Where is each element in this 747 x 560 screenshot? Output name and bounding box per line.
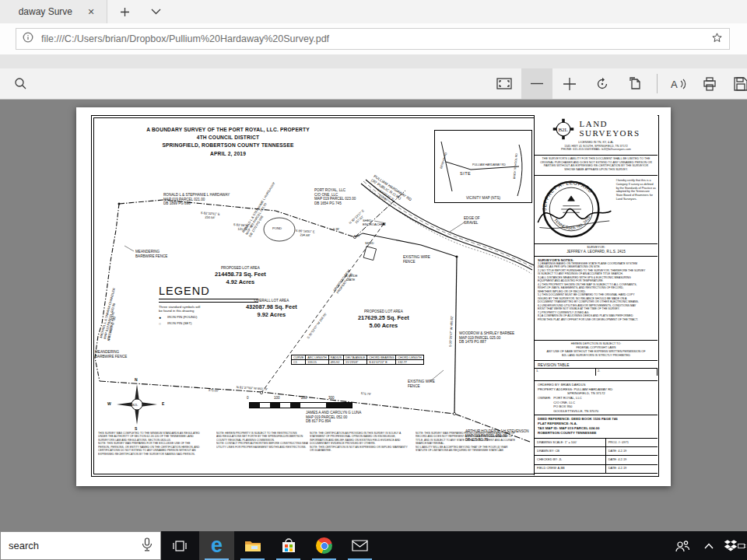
revision-table: REVISION TABLE 1.2. <box>535 361 658 381</box>
survey-note-column: NOTE: THIS SURVEY WAS PREPARED FROM CURR… <box>416 432 529 453</box>
taskbar-mail-button[interactable] <box>342 531 377 560</box>
browser-tab-bar: daway Surve ✕ <box>0 0 747 24</box>
revision-table-title: REVISION TABLE <box>535 361 658 368</box>
hub-band <box>0 54 747 68</box>
print-button[interactable] <box>694 68 725 99</box>
tray-power[interactable] <box>738 531 747 560</box>
fit-to-page-icon <box>496 78 512 89</box>
owner-lines: PORT ROYAL, LLCC/O ONE, LLCPO BOX 950GOO… <box>553 396 598 414</box>
taskbar-chrome-button[interactable] <box>307 531 342 560</box>
microphone-icon[interactable] <box>142 537 153 555</box>
browser-tab[interactable]: daway Surve ✕ <box>0 0 107 23</box>
address-url: file:///C:/Users/brian/Dropbox/Pullium%2… <box>41 33 711 44</box>
rotate-icon <box>595 77 609 91</box>
print-icon <box>703 77 717 91</box>
drawing-info-row: DRAWN BY: CBDATE: 4.2.19 <box>535 447 658 456</box>
zoom-in-button[interactable] <box>554 68 585 99</box>
survey-note-column: NOTE: HEREIN PROPERTY IS SUBJECT TO THE … <box>216 432 308 449</box>
chrome-icon <box>316 537 332 554</box>
drawing-info-row: DRAWING SCALE: 1" = 100'PROJ. #: 0971 <box>535 439 658 447</box>
zoom-out-button[interactable] <box>521 68 552 99</box>
mail-icon <box>352 540 368 551</box>
read-aloud-button[interactable]: A <box>663 68 694 99</box>
save-button[interactable] <box>725 68 747 99</box>
save-icon <box>734 77 747 91</box>
b2l-logo-icon: B2L <box>552 117 575 141</box>
surveyor-notes-block: SURVEYOR'S NOTES: 1.) BEARINGS BASED ON … <box>535 257 658 341</box>
surveyor-seal: JEFFREY A. LEOPARD TENNESSEE NO. 2415 <box>535 176 615 243</box>
svg-text:B2L: B2L <box>559 127 569 133</box>
logo-phone: PHONE: 615-313-5569 EMAIL: b2l@b2lsurvey… <box>535 148 658 152</box>
ordered-by-block: ORDERED BY: BRIAN DARDUS PROPERTY ADDRES… <box>535 381 658 415</box>
revision-table-cells: 1.2. <box>535 368 658 376</box>
svg-text:A: A <box>671 79 678 90</box>
surveyor-name: JEFFREY A. LEOPARD, R.L.S. 2415 <box>535 250 658 254</box>
seal-certification-text: I hereby certify that this is a Category… <box>615 176 658 243</box>
pdf-viewport[interactable]: A BOUNDARY SURVEY OF THE PORT ROYAL, LLC… <box>0 100 747 531</box>
address-bar-row: file:///C:/Users/brian/Dropbox/Pullium%2… <box>0 23 747 54</box>
taskbar-store-button[interactable] <box>271 531 306 560</box>
deed-reference-block: DEED REFERENCE: DEED BOOK 1536 PAGE 746P… <box>535 415 658 439</box>
zoom-out-icon <box>531 82 543 85</box>
windows-taskbar: search e <box>0 531 747 560</box>
page-view-icon <box>628 77 642 90</box>
tab-list-chevron-icon[interactable] <box>145 1 167 23</box>
dropbox-icon <box>724 539 738 552</box>
drawing-info-row: FIELD CREW: A,BBDATE: 4.2.19 <box>535 465 658 474</box>
file-explorer-icon <box>244 539 261 553</box>
search-icon <box>14 77 27 90</box>
favorite-star-icon[interactable] <box>711 32 723 47</box>
search-button[interactable] <box>5 68 36 99</box>
drawing-info-table: DRAWING SCALE: 1" = 100'PROJ. #: 0971DRA… <box>535 439 658 475</box>
task-view-button[interactable] <box>162 531 197 560</box>
page-info-icon[interactable] <box>23 32 33 46</box>
survey-note-column: THIS SURVEY WAS COMPLETED TO THE MINIMUM… <box>98 432 215 456</box>
power-plug-icon <box>738 541 747 551</box>
task-view-icon <box>172 540 188 552</box>
page-view-button[interactable] <box>619 68 651 99</box>
rotate-button[interactable] <box>587 68 618 99</box>
store-icon <box>281 538 296 553</box>
copyright-block: HEREIN DEPICTION IS SUBJECT TO:FEDERAL C… <box>535 341 658 361</box>
property-address-label: PROPERTY ADDRESS: <box>538 387 573 391</box>
toolbar-divider <box>657 74 658 93</box>
address-bar[interactable]: file:///C:/Users/brian/Dropbox/Pullium%2… <box>16 28 730 50</box>
taskbar-edge-button[interactable]: e <box>199 531 234 560</box>
surveyor-logo-block: B2L LAND SURVEYORS LICENSED IN TN, KY, &… <box>535 115 658 156</box>
read-aloud-icon: A <box>671 78 686 90</box>
people-icon <box>675 540 690 552</box>
new-tab-button[interactable] <box>114 1 135 23</box>
taskbar-search-box[interactable]: search <box>0 531 161 560</box>
people-button[interactable] <box>672 531 693 560</box>
chevron-up-icon <box>704 543 714 549</box>
pdf-page: A BOUNDARY SURVEY OF THE PORT ROYAL, LLC… <box>76 107 671 486</box>
surveyor-seal-block: JEFFREY A. LEOPARD TENNESSEE NO. 2415 I … <box>535 176 658 244</box>
drawing-info-row: CHECKED BY: JLDATE: 4.2.19 <box>535 456 658 464</box>
surveyor-signature <box>538 209 611 223</box>
taskbar-search-text: search <box>9 540 142 551</box>
surveyor-notes-lines: 1.) BEARINGS BASED ON TENNESSEE STATE PL… <box>538 262 654 321</box>
edge-icon: e <box>211 535 223 556</box>
surveyor-name-block: SURVEYOR: JEFFREY A. LEOPARD, R.L.S. 241… <box>535 244 658 257</box>
taskbar-file-explorer-button[interactable] <box>235 531 270 560</box>
tab-title: daway Surve <box>19 6 72 17</box>
owner-label: OWNER: <box>538 396 551 414</box>
logo-name-line2: SURVEYORS <box>579 129 640 138</box>
tab-close-icon[interactable]: ✕ <box>80 1 102 23</box>
property-address-1: PULLIAM HARDAWAY RD <box>573 387 612 391</box>
survey-note-column: NOTE: THE CERTIFICATION AS PROVIDED IN T… <box>310 432 412 453</box>
surveyor-panel: B2L LAND SURVEYORS LICENSED IN TN, KY, &… <box>534 115 658 475</box>
liability-disclaimer: THE SURVEYOR'S LIABILITY FOR THIS DOCUME… <box>535 156 658 176</box>
fit-to-page-button[interactable] <box>489 68 520 99</box>
zoom-in-icon <box>563 78 576 90</box>
pdf-toolbar: A <box>0 68 747 100</box>
tray-chevron-up[interactable] <box>699 531 719 560</box>
